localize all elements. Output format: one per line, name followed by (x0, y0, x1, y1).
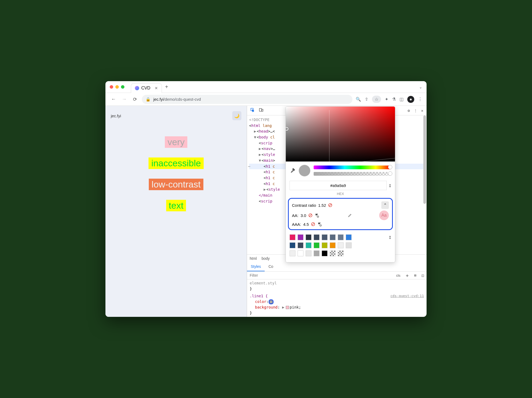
tab-styles[interactable]: Styles (247, 262, 265, 271)
contrast-eyedropper-icon[interactable] (347, 213, 352, 218)
styles-icon[interactable]: ⊞ (411, 273, 419, 277)
aa-value: 3.0 (301, 213, 306, 218)
swatch[interactable] (298, 242, 303, 248)
titlebar: CVD ✕ + ⌄ (105, 81, 427, 93)
styles-filter-input[interactable] (247, 272, 393, 279)
swatch[interactable] (314, 250, 320, 256)
sidepanel-icon[interactable]: ◫ (400, 97, 404, 102)
swatch[interactable] (306, 250, 311, 256)
swatch[interactable] (338, 234, 344, 240)
swatch[interactable] (330, 234, 336, 240)
settings-icon[interactable]: ⚙ (408, 108, 410, 113)
styles-tabs: Styles Co (247, 262, 427, 272)
tab-favicon-icon (135, 86, 139, 90)
more-icon[interactable]: ⋮ (414, 108, 417, 113)
rule-source-link[interactable]: cds-quest-cvd:11 (390, 293, 424, 299)
crumb-html[interactable]: html (250, 256, 257, 261)
tab-close-icon[interactable]: ✕ (155, 86, 158, 90)
contrast-ratio-section: Contrast ratio 1.52 ⌃ AA: 3.0 Aa (288, 198, 393, 230)
close-window-button[interactable] (110, 85, 113, 89)
swatch[interactable] (338, 250, 344, 256)
color-swatch[interactable] (269, 300, 273, 303)
contrast-collapse-button[interactable]: ⌃ (381, 201, 389, 209)
swatch[interactable] (298, 250, 303, 256)
swatch[interactable] (298, 234, 303, 240)
extensions-icon[interactable]: ✦ (385, 97, 388, 102)
spectrum-handle[interactable] (286, 127, 288, 131)
swatch[interactable] (290, 242, 295, 248)
back-button[interactable]: ← (110, 96, 117, 103)
browser-window: CVD ✕ + ⌄ ← → ⟳ 🔒 jec.fyi/demo/cds-quest… (105, 81, 427, 317)
swatch[interactable] (314, 242, 320, 248)
swatch[interactable] (314, 234, 320, 240)
svg-rect-1 (259, 108, 261, 111)
new-tab-button[interactable]: + (165, 84, 168, 90)
contrast-label: Contrast ratio (292, 203, 316, 208)
styles-body: element.styl } cds-quest-cvd:11 .line1 {… (247, 279, 427, 317)
aa-fix-icon[interactable] (315, 213, 320, 218)
swatch[interactable] (322, 234, 328, 240)
theme-toggle-button[interactable]: 🌙 (232, 111, 241, 120)
swatch[interactable] (346, 242, 352, 248)
swatch[interactable] (290, 250, 295, 256)
minimize-window-button[interactable] (115, 85, 119, 89)
swatch[interactable] (338, 242, 344, 248)
demo-line-2: inaccessible (149, 157, 203, 169)
profile-button[interactable]: ● (407, 96, 414, 103)
swatch[interactable] (322, 250, 328, 256)
zoom-icon[interactable]: 🔍 (356, 97, 361, 102)
hue-slider[interactable] (314, 166, 391, 169)
share-icon[interactable]: ⇧ (365, 97, 368, 102)
swatch[interactable] (330, 250, 336, 256)
forward-button[interactable]: → (120, 96, 128, 103)
url-domain: jec.fyi (153, 97, 164, 102)
hex-label: HEX (286, 192, 395, 196)
url-path: /demo/cds-quest-cvd (164, 97, 201, 102)
aaa-label: AAA: (292, 222, 301, 227)
swatch[interactable] (306, 234, 311, 240)
hex-input[interactable] (290, 181, 387, 190)
rendered-page: jec.fyi 🌙 very inaccessible low-contrast… (105, 106, 247, 317)
tab-computed[interactable]: Co (265, 262, 277, 271)
lock-icon: 🔒 (146, 97, 151, 102)
toolbar-actions: 🔍 ⇧ ☆ ✦ ⚗ ◫ ● ⋮ (356, 96, 422, 103)
swatch[interactable] (330, 242, 336, 248)
crumb-body[interactable]: body (261, 256, 269, 261)
labs-icon[interactable]: ⚗ (392, 97, 396, 102)
browser-toolbar: ← → ⟳ 🔒 jec.fyi/demo/cds-quest-cvd 🔍 ⇧ ☆… (105, 93, 427, 106)
inspect-element-button[interactable] (250, 108, 255, 113)
swatch[interactable] (322, 242, 328, 248)
devtools-panel: ⚙ ⋮ ✕ <!DOCTYPE <html lang ▶<head>…< ▼<b… (247, 106, 427, 317)
contrast-sample-badge: Aa (379, 211, 389, 220)
swatch[interactable] (290, 234, 295, 240)
format-stepper[interactable]: ▲▼ (389, 183, 391, 188)
svg-line-4 (329, 204, 331, 206)
bg-swatch[interactable] (286, 306, 289, 309)
swatch-page-stepper[interactable]: ▲▼ (389, 235, 391, 239)
browser-tab[interactable]: CVD ✕ (131, 83, 162, 93)
tab-title: CVD (141, 86, 150, 91)
alpha-slider[interactable] (314, 172, 391, 176)
tabs-menu-button[interactable]: ⌄ (419, 85, 422, 89)
color-spectrum[interactable] (286, 107, 395, 162)
traffic-lights (110, 85, 124, 89)
more-menu-icon[interactable]: ⋮ (418, 97, 422, 102)
aaa-fix-icon[interactable] (317, 222, 322, 227)
maximize-window-button[interactable] (121, 85, 124, 89)
site-title: jec.fyi (111, 114, 121, 118)
close-devtools-icon[interactable]: ✕ (421, 108, 423, 113)
aa-fail-icon (308, 213, 313, 217)
contrast-fail-icon (328, 203, 332, 207)
cls-button[interactable]: cls (393, 273, 403, 277)
eyedropper-button[interactable] (290, 168, 295, 174)
new-style-button[interactable]: + (403, 273, 411, 278)
devtools-scrollbar[interactable] (423, 115, 426, 204)
swatch[interactable] (346, 234, 352, 240)
device-toggle-button[interactable] (259, 108, 264, 113)
reload-button[interactable]: ⟳ (131, 96, 139, 103)
swatch[interactable] (306, 242, 311, 248)
url-bar[interactable]: 🔒 jec.fyi/demo/cds-quest-cvd (142, 95, 352, 104)
toggle-pane-icon[interactable]: ◫ (419, 273, 427, 277)
demo-line-3: low-contrast (149, 179, 203, 190)
bookmark-button[interactable]: ☆ (372, 96, 381, 103)
